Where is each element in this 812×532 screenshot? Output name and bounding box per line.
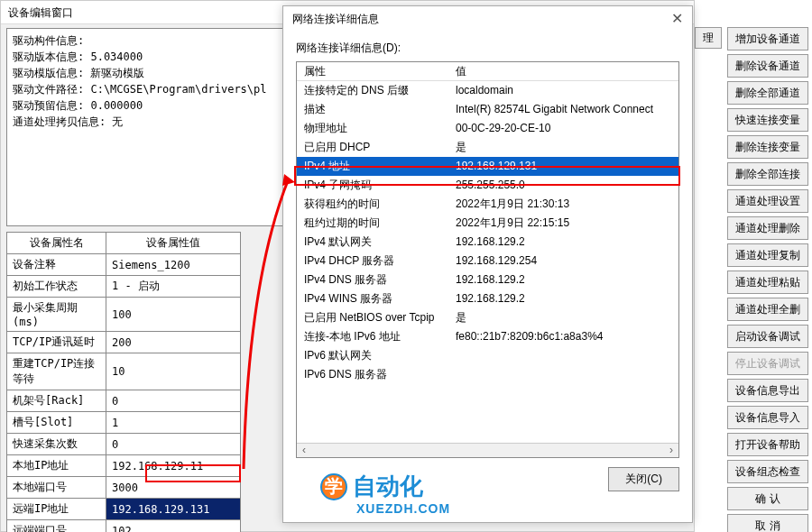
prop-value[interactable]: 200 <box>106 332 241 353</box>
prop-name: 租约过期的时间 <box>297 214 450 233</box>
list-item[interactable]: IPv4 DHCP 服务器192.168.129.254 <box>297 252 678 271</box>
watermark-logo: 学 自动化 <box>320 471 423 502</box>
side-button[interactable]: 删除连接变量 <box>727 135 808 159</box>
watermark-icon: 学 <box>320 473 347 500</box>
prop-value: localdomain <box>450 81 678 100</box>
side-button[interactable]: 通道处理删除 <box>727 216 808 240</box>
prop-name: 获得租约的时间 <box>297 195 450 214</box>
list-item[interactable]: 连接特定的 DNS 后缀localdomain <box>297 81 678 100</box>
side-button[interactable]: 通道处理设置 <box>727 189 808 213</box>
prop-name: TCP/IP通讯延时 <box>7 332 106 353</box>
list-item[interactable]: IPv4 默认网关192.168.129.2 <box>297 233 678 252</box>
horizontal-scrollbar[interactable]: ‹› <box>297 443 678 457</box>
prop-name: 设备注释 <box>7 254 106 276</box>
prop-name: IPv4 默认网关 <box>297 233 450 252</box>
prop-name: 本地端口号 <box>7 477 106 499</box>
prop-name: IPv4 DHCP 服务器 <box>297 252 450 271</box>
side-button[interactable]: 设备信息导出 <box>727 379 808 402</box>
prop-name: 槽号[Slot] <box>7 412 106 434</box>
list-item[interactable]: 租约过期的时间2022年1月9日 22:15:15 <box>297 214 678 233</box>
prop-name: 快速采集次数 <box>7 434 106 455</box>
table-row[interactable]: 初始工作状态1 - 启动 <box>7 276 241 298</box>
close-icon[interactable]: ✕ <box>671 6 683 32</box>
prop-value[interactable]: 192.168.129.131 <box>106 499 241 520</box>
side-button[interactable]: 设备信息导入 <box>727 406 808 429</box>
table-row[interactable]: 设备注释Siemens_1200 <box>7 254 241 276</box>
prop-value: Intel(R) 82574L Gigabit Network Connect <box>450 100 678 119</box>
prop-name: IPv6 默认网关 <box>297 346 450 365</box>
side-button[interactable]: 通道处理复制 <box>727 243 808 267</box>
side-button[interactable]: 打开设备帮助 <box>727 433 808 456</box>
list-item[interactable]: 连接-本地 IPv6 地址fe80::21b7:8209:b6c1:a8a3%4 <box>297 327 678 346</box>
table-row[interactable]: 远端端口号102 <box>7 520 241 533</box>
prop-value[interactable]: 1 - 启动 <box>106 276 241 298</box>
table-row[interactable]: 槽号[Slot]1 <box>7 412 241 434</box>
prop-name: IPv4 子网掩码 <box>297 176 450 195</box>
prop-value: 192.168.129.131 <box>450 157 678 176</box>
prop-value <box>450 346 678 365</box>
prop-name: 描述 <box>297 100 450 119</box>
prop-value: 是 <box>450 138 678 157</box>
prop-value[interactable]: Siemens_1200 <box>106 254 241 276</box>
prop-value: fe80::21b7:8209:b6c1:a8a3%4 <box>450 327 678 346</box>
list-item[interactable]: 已启用 NetBIOS over Tcpip是 <box>297 308 678 327</box>
list-item[interactable]: 物理地址00-0C-29-20-CE-10 <box>297 119 678 138</box>
prop-value: 192.168.129.2 <box>450 233 678 252</box>
list-item[interactable]: 获得租约的时间2022年1月9日 21:30:13 <box>297 195 678 214</box>
list-item[interactable]: IPv6 默认网关 <box>297 346 678 365</box>
list-item[interactable]: IPv4 子网掩码255.255.255.0 <box>297 176 678 195</box>
prop-value: 00-0C-29-20-CE-10 <box>450 119 678 138</box>
prop-value[interactable]: 0 <box>106 434 241 455</box>
prop-name: 已启用 DHCP <box>297 138 450 157</box>
prop-value[interactable]: 1 <box>106 412 241 434</box>
side-button[interactable]: 取 消 <box>727 514 808 532</box>
side-button[interactable]: 设备组态检查 <box>727 460 808 483</box>
side-button[interactable]: 删除全部连接 <box>727 162 808 186</box>
table-row[interactable]: 本地IP地址192.168.129.11 <box>7 455 241 477</box>
prop-name: 本地IP地址 <box>7 455 106 477</box>
side-button[interactable]: 快速连接变量 <box>727 108 808 132</box>
prop-value[interactable]: 100 <box>106 298 241 332</box>
side-button[interactable]: 确 认 <box>727 487 808 510</box>
list-item[interactable]: IPv6 DNS 服务器 <box>297 365 678 384</box>
list-item[interactable]: 描述Intel(R) 82574L Gigabit Network Connec… <box>297 100 678 119</box>
prop-value[interactable]: 102 <box>106 520 241 533</box>
table-row[interactable]: TCP/IP通讯延时200 <box>7 332 241 353</box>
prop-value[interactable]: 192.168.129.11 <box>106 455 241 477</box>
side-button[interactable]: 启动设备调试 <box>727 325 808 348</box>
prop-value[interactable]: 3000 <box>106 477 241 499</box>
prop-value[interactable]: 10 <box>106 353 241 390</box>
list-item[interactable]: 已启用 DHCP是 <box>297 138 678 157</box>
prop-name: IPv4 DNS 服务器 <box>297 271 450 289</box>
prop-value: 192.168.129.2 <box>450 289 678 308</box>
table-row[interactable]: 机架号[Rack]0 <box>7 390 241 412</box>
side-button[interactable]: 通道处理粘贴 <box>727 271 808 294</box>
prop-name: IPv4 地址 <box>297 157 450 176</box>
prop-value[interactable]: 0 <box>106 390 241 412</box>
partial-button[interactable]: 理 <box>695 27 722 49</box>
table-row[interactable]: 本地端口号3000 <box>7 477 241 499</box>
table-row[interactable]: 快速采集次数0 <box>7 434 241 455</box>
watermark-text: 自动化 <box>353 471 423 502</box>
prop-name: 远端端口号 <box>7 520 106 533</box>
table-row[interactable]: 远端IP地址192.168.129.131 <box>7 499 241 520</box>
table-row[interactable]: 重建TCP/IP连接等待10 <box>7 353 241 390</box>
prop-name: 连接-本地 IPv6 地址 <box>297 327 450 346</box>
network-details-dialog: 网络连接详细信息 ✕ 网络连接详细信息(D): 属性 值 连接特定的 DNS 后… <box>282 5 693 523</box>
side-button[interactable]: 删除全部通道 <box>727 81 808 105</box>
table-row[interactable]: 最小采集周期(ms)100 <box>7 298 241 332</box>
side-button: 停止设备调试 <box>727 352 808 375</box>
side-button[interactable]: 通道处理全删 <box>727 298 808 321</box>
col-property: 属性 <box>297 62 450 80</box>
prop-value: 192.168.129.2 <box>450 271 678 289</box>
list-item[interactable]: IPv4 地址192.168.129.131 <box>297 157 678 176</box>
list-item[interactable]: IPv4 WINS 服务器192.168.129.2 <box>297 289 678 308</box>
prop-name: 重建TCP/IP连接等待 <box>7 353 106 390</box>
prop-name: 初始工作状态 <box>7 276 106 298</box>
side-button[interactable]: 删除设备通道 <box>727 54 808 78</box>
network-details-list[interactable]: 属性 值 连接特定的 DNS 后缀localdomain描述Intel(R) 8… <box>296 61 679 458</box>
device-property-table[interactable]: 设备属性名 设备属性值 设备注释Siemens_1200初始工作状态1 - 启动… <box>6 232 241 532</box>
list-item[interactable]: IPv4 DNS 服务器192.168.129.2 <box>297 271 678 289</box>
close-button[interactable]: 关闭(C) <box>608 467 679 491</box>
side-button[interactable]: 增加设备通道 <box>727 27 808 50</box>
